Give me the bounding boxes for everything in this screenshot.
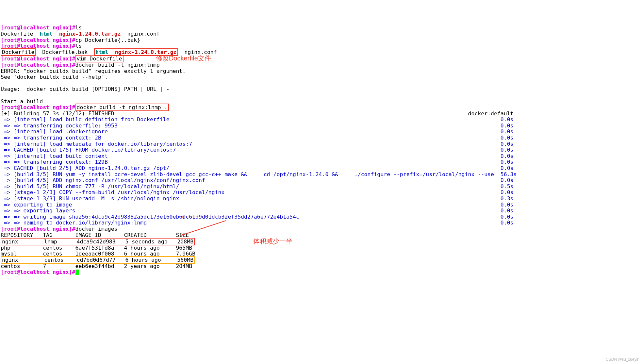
terminal-output: [root@localhost nginx]#ls Dockerfile htm… bbox=[1, 25, 641, 275]
build-step: => [build 4/5] ADD nginx.conf /usr/local… bbox=[1, 177, 514, 183]
build-step: => [stage-1 3/3] RUN useradd -M -s /sbin… bbox=[1, 195, 514, 202]
build-step: => CACHED [build 2/5] ADD nginx-1.24.0.t… bbox=[1, 165, 514, 171]
highlight-vim-cmd: vim Dockerfile bbox=[75, 55, 123, 62]
annotation-size: 体积减少一半 bbox=[253, 238, 292, 245]
build-step: => [internal] load build definition from… bbox=[1, 116, 514, 123]
build-step: => CACHED [build 1/5] FROM docker.io/lib… bbox=[1, 147, 514, 153]
build-step: => [build 5/5] RUN chmod 777 -R /usr/loc… bbox=[1, 183, 514, 190]
highlight-build-cmd: docker build -t nginx:lnmp . bbox=[75, 104, 169, 111]
highlight-dockerfile: Dockerfile bbox=[1, 48, 36, 56]
build-step: => => transferring context: 2B 0.0s bbox=[1, 135, 514, 141]
build-step: => [internal] load .dockerignore 0.0s bbox=[1, 128, 514, 135]
build-step: => [internal] load build context 0.0s bbox=[1, 153, 514, 159]
build-step: => => writing image sha256:4dca9c42d9838… bbox=[1, 214, 514, 220]
cursor bbox=[75, 270, 79, 275]
build-step: => [build 3/5] RUN yum -y install pcre-d… bbox=[1, 171, 517, 177]
build-step: => exporting to image 0.0s bbox=[1, 202, 514, 208]
cmd-ls: ls bbox=[75, 25, 82, 31]
build-step: => => transferring context: 129B 0.0s bbox=[1, 159, 514, 165]
highlight-image-row-lnmp: nginx lnmp 4dca9c42d983 5 seconds ago 20… bbox=[1, 238, 195, 245]
build-step: => => transferring dockerfile: 995B 0.0s bbox=[1, 123, 514, 129]
build-step: => [stage-1 2/3] COPY --from=build /usr/… bbox=[1, 189, 514, 195]
build-step: => => naming to docker.io/library/nginx:… bbox=[1, 220, 514, 226]
annotation-vim: 修改Dockerfile文件 bbox=[156, 55, 211, 62]
highlight-image-row-centos: nginx centos cd7bd0d67d77 6 hours ago 56… bbox=[1, 256, 195, 264]
build-step: => => exporting layers 0.0s bbox=[1, 207, 514, 214]
build-step: => [internal] load metadata for docker.i… bbox=[1, 141, 514, 147]
